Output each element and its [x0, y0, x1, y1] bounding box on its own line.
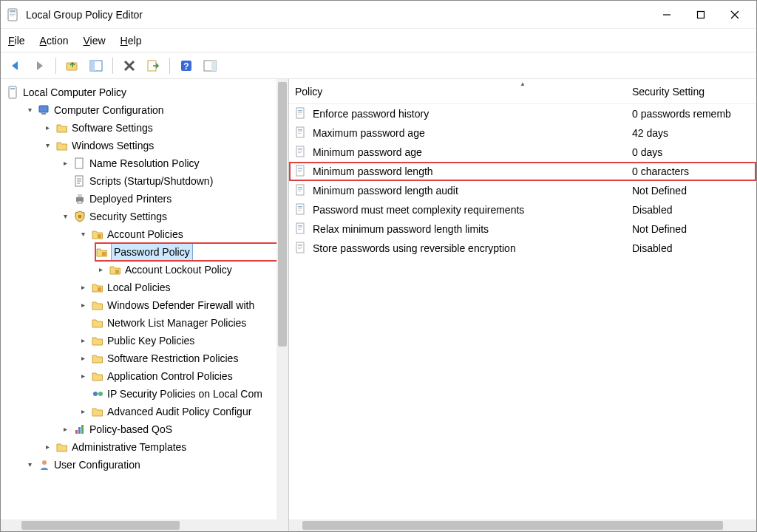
policy-row[interactable]: Minimum password age0 days — [289, 143, 756, 162]
policy-value: Not Defined — [632, 223, 750, 235]
tree-security-settings[interactable]: ▾Security Settings — [60, 208, 288, 225]
export-button[interactable] — [143, 55, 163, 76]
tree-label: Application Control Policies — [107, 367, 233, 385]
scrollbar-thumb[interactable] — [302, 521, 723, 530]
chevron-down-icon: ▾ — [24, 105, 35, 115]
policy-item-icon — [295, 165, 308, 178]
tree-ipsec[interactable]: IP Security Policies on Local Com — [78, 385, 288, 403]
policy-row[interactable]: Store passwords using reversible encrypt… — [289, 239, 756, 258]
svg-rect-21 — [39, 106, 48, 112]
svg-rect-46 — [298, 132, 302, 132]
window-title: Local Group Policy Editor — [26, 9, 650, 21]
menu-help[interactable]: Help — [120, 35, 142, 47]
tree-label: Software Settings — [72, 119, 153, 137]
forward-button[interactable] — [29, 55, 50, 76]
policy-name: Minimum password length — [313, 166, 628, 177]
tree-scrollbar-v[interactable] — [276, 79, 288, 519]
svg-rect-41 — [298, 110, 302, 112]
tree-root[interactable]: Local Computer Policy — [7, 83, 288, 101]
tree-label: Windows Defender Firewall with — [107, 296, 254, 314]
up-level-button[interactable] — [62, 55, 83, 76]
chevron-right-icon: ▸ — [78, 300, 88, 310]
tree-scripts[interactable]: Scripts (Startup/Shutdown) — [60, 172, 288, 190]
close-icon — [730, 10, 739, 19]
policy-item-icon — [295, 126, 308, 140]
app-icon — [7, 8, 20, 21]
doc-icon — [73, 157, 86, 170]
svg-rect-2 — [10, 13, 16, 13]
help-button[interactable]: ? — [176, 55, 197, 76]
tree-user-config[interactable]: ▾User Configuration — [24, 456, 288, 474]
svg-rect-20 — [10, 88, 15, 89]
svg-rect-4 — [10, 16, 14, 16]
svg-rect-70 — [298, 247, 302, 248]
tree-audit[interactable]: ▸Advanced Audit Policy Configur — [78, 403, 288, 420]
tree-computer-config[interactable]: ▾ Computer Configuration — [24, 101, 288, 119]
scrollbar-thumb[interactable] — [21, 521, 180, 530]
policy-row[interactable]: Password must meet complexity requiremen… — [289, 200, 756, 219]
folder-icon — [91, 334, 104, 347]
tree-admin-templates[interactable]: ▸Administrative Templates — [42, 438, 288, 456]
tree-scrollbar-h[interactable] — [1, 519, 288, 531]
column-policy[interactable]: Policy — [295, 86, 632, 98]
svg-rect-30 — [102, 252, 106, 256]
chevron-right-icon: ▸ — [78, 353, 88, 364]
computer-icon — [38, 103, 51, 117]
svg-rect-22 — [41, 113, 46, 115]
policy-value: 0 days — [632, 146, 750, 158]
tree-account-policies[interactable]: ▾Account Policies — [78, 225, 288, 243]
delete-icon — [123, 59, 136, 72]
tree-name-res[interactable]: ▸Name Resolution Policy — [60, 154, 288, 172]
menu-view[interactable]: View — [84, 35, 106, 47]
tree-label: Administrative Templates — [72, 438, 186, 456]
tree-password-policy[interactable]: Password Policy — [95, 243, 288, 261]
tree-software-settings[interactable]: ▸Software Settings — [42, 119, 288, 137]
tree-acp[interactable]: ▸Application Control Policies — [78, 367, 288, 385]
tree-account-lockout[interactable]: ▸Account Lockout Policy — [95, 261, 288, 279]
show-hide-tree-button[interactable] — [86, 55, 106, 76]
chevron-right-icon: ▸ — [78, 406, 88, 417]
minimize-button[interactable] — [650, 3, 684, 27]
svg-rect-59 — [298, 191, 301, 191]
printer-icon — [73, 192, 86, 205]
tree-srp[interactable]: ▸Software Restriction Policies — [78, 349, 288, 367]
tree-deployed-printers[interactable]: Deployed Printers — [60, 190, 288, 208]
tree-local-policies[interactable]: ▸Local Policies — [78, 279, 288, 296]
column-setting[interactable]: Security Setting — [632, 86, 750, 98]
back-button[interactable] — [5, 55, 26, 76]
maximize-button[interactable] — [684, 3, 718, 27]
folder-lock-icon — [91, 228, 104, 241]
policy-row[interactable]: Enforce password history0 passwords reme… — [289, 104, 756, 123]
help-icon: ? — [179, 58, 194, 73]
chevron-right-icon: ▸ — [42, 442, 52, 452]
chevron-down-icon: ▾ — [42, 140, 52, 151]
tree-firewall[interactable]: ▸Windows Defender Firewall with — [78, 296, 288, 314]
policy-row[interactable]: Minimum password length0 characters — [289, 162, 756, 181]
svg-rect-61 — [298, 206, 302, 208]
tree-pk[interactable]: ▸Public Key Policies — [78, 332, 288, 349]
menu-file[interactable]: File — [8, 35, 25, 47]
policy-row[interactable]: Relax minimum password length limitsNot … — [289, 219, 756, 239]
chevron-down-icon: ▾ — [60, 211, 70, 222]
svg-rect-50 — [298, 151, 302, 151]
chevron-right-icon: ▸ — [60, 424, 70, 434]
menu-action[interactable]: Action — [40, 35, 69, 47]
delete-button[interactable] — [119, 55, 140, 76]
tree-nlm[interactable]: Network List Manager Policies — [78, 314, 288, 332]
show-hide-action-pane-button[interactable] — [200, 55, 220, 76]
scrollbar-thumb[interactable] — [278, 82, 287, 347]
close-button[interactable] — [718, 3, 752, 27]
tree-qos[interactable]: ▸Policy-based QoS — [60, 420, 288, 438]
content-split: Local Computer Policy ▾ Computer Configu… — [1, 79, 756, 531]
policy-row[interactable]: Minimum password length auditNot Defined — [289, 181, 756, 200]
tree-label: Public Key Policies — [107, 332, 194, 349]
chevron-right-icon: ▸ — [95, 265, 106, 275]
policy-row[interactable]: Maximum password age42 days — [289, 123, 756, 143]
tree-label: Advanced Audit Policy Configur — [107, 403, 251, 420]
svg-rect-43 — [298, 114, 301, 115]
svg-rect-67 — [298, 229, 301, 230]
svg-rect-3 — [10, 14, 16, 15]
policy-item-icon — [295, 146, 308, 159]
list-scrollbar-h[interactable] — [289, 519, 756, 531]
tree-windows-settings[interactable]: ▾Windows Settings — [42, 137, 288, 154]
